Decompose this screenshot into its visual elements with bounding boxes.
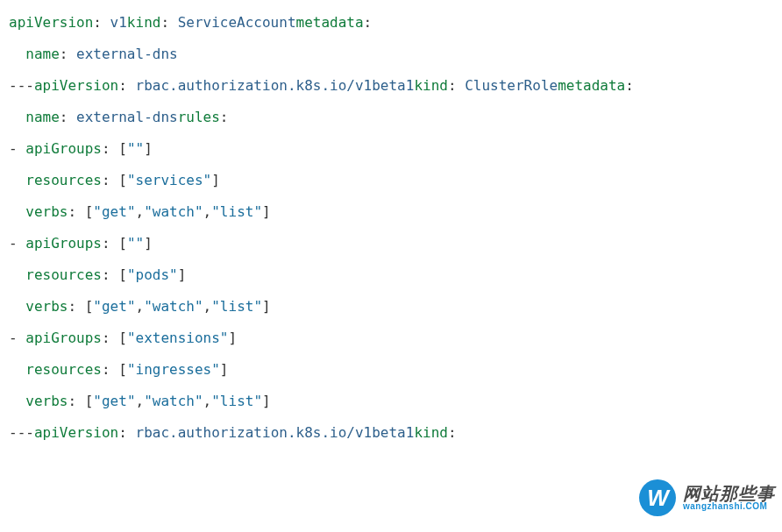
yaml-value: external-dns [76,109,178,125]
yaml-value: ServiceAccount [178,14,296,31]
watermark-domain-en: wangzhanshi.COM [683,502,775,511]
watermark-badge-letter: W [647,485,668,512]
yaml-key: apiVersion [34,424,118,441]
yaml-string: "get" [93,203,135,220]
comma: , [136,298,145,315]
bracket: [ [118,172,127,188]
yaml-string: "list" [211,393,262,409]
yaml-key: verbs [25,203,68,220]
yaml-key: kind [414,424,448,441]
yaml-string: "" [127,140,144,157]
code-line: resources: ["ingresses"] [9,361,228,378]
colon: : [68,393,84,409]
code-line: - apiGroups: ["extensions"] [9,330,237,346]
yaml-key: resources [25,172,102,188]
colon: : [118,77,135,94]
list-dash: - [9,330,25,346]
bracket: ] [220,361,229,378]
yaml-key: apiGroups [25,235,102,252]
bracket: [ [118,235,127,252]
colon: : [448,77,465,94]
yaml-key: name [25,109,60,125]
yaml-string: "watch" [144,393,203,409]
yaml-key: apiGroups [25,330,102,346]
yaml-key: apiGroups [25,140,102,157]
watermark-badge-icon: W [639,479,676,516]
bracket: ] [228,330,237,346]
colon: : [68,203,84,220]
yaml-key: metadata [296,14,364,31]
bracket: ] [262,203,271,220]
bracket: [ [85,203,94,220]
yaml-string: "services" [127,172,211,188]
colon: : [102,235,118,252]
yaml-value: rbac.authorization.k8s.io/v1beta1 [136,77,415,94]
yaml-string: "" [127,235,144,252]
colon: : [220,109,229,125]
watermark-text: 网站那些事 wangzhanshi.COM [683,485,775,511]
yaml-key: resources [25,361,102,378]
yaml-string: "get" [93,298,135,315]
bracket: [ [118,266,127,283]
colon: : [93,14,110,31]
bracket: ] [144,235,153,252]
bracket: [ [85,298,94,315]
colon: : [102,140,118,157]
yaml-string: "watch" [144,298,203,315]
comma: , [136,393,145,409]
yaml-key: apiVersion [34,77,118,94]
bracket: [ [118,140,127,157]
code-line: ---apiVersion: rbac.authorization.k8s.io… [9,77,634,94]
yaml-string: "pods" [127,266,178,283]
bracket: [ [118,361,127,378]
yaml-key: rules [178,109,220,125]
yaml-value: v1 [110,14,127,31]
code-line: ---apiVersion: rbac.authorization.k8s.io… [9,424,457,441]
yaml-code-block: apiVersion: v1kind: ServiceAccountmetada… [0,0,782,456]
yaml-key: verbs [25,298,68,315]
comma: , [203,393,212,409]
bracket: [ [85,393,94,409]
yaml-value: ClusterRole [465,77,558,94]
yaml-key: metadata [558,77,625,94]
colon: : [60,46,76,62]
colon: : [68,298,84,315]
code-line: resources: ["pods"] [9,266,186,283]
bracket: ] [144,140,153,157]
code-line: verbs: ["get","watch","list"] [9,298,271,315]
watermark: W 网站那些事 wangzhanshi.COM [639,479,775,516]
colon: : [102,361,118,378]
yaml-key: kind [414,77,448,94]
doc-separator: --- [9,77,34,94]
bracket: ] [211,172,220,188]
comma: , [203,298,212,315]
bracket: ] [262,298,271,315]
colon: : [102,266,118,283]
colon: : [160,14,177,31]
comma: , [203,203,212,220]
colon: : [102,330,118,346]
yaml-key: name [25,46,60,62]
bracket: ] [262,393,271,409]
yaml-string: "ingresses" [127,361,220,378]
comma: , [136,203,145,220]
code-line: - apiGroups: [""] [9,235,153,252]
bracket: [ [118,330,127,346]
code-line: name: external-dns [9,46,178,62]
doc-separator: --- [9,424,34,441]
code-line: verbs: ["get","watch","list"] [9,203,271,220]
yaml-value: external-dns [76,46,178,62]
colon: : [364,14,373,31]
yaml-key: apiVersion [9,14,93,31]
watermark-title-cn: 网站那些事 [683,485,775,502]
yaml-key: resources [25,266,102,283]
colon: : [448,424,457,441]
yaml-string: "watch" [144,203,203,220]
yaml-string: "get" [93,393,135,409]
bracket: ] [178,266,187,283]
colon: : [102,172,118,188]
list-dash: - [9,235,25,252]
code-line: - apiGroups: [""] [9,140,153,157]
code-line: verbs: ["get","watch","list"] [9,393,271,409]
code-line: name: external-dnsrules: [9,109,228,125]
